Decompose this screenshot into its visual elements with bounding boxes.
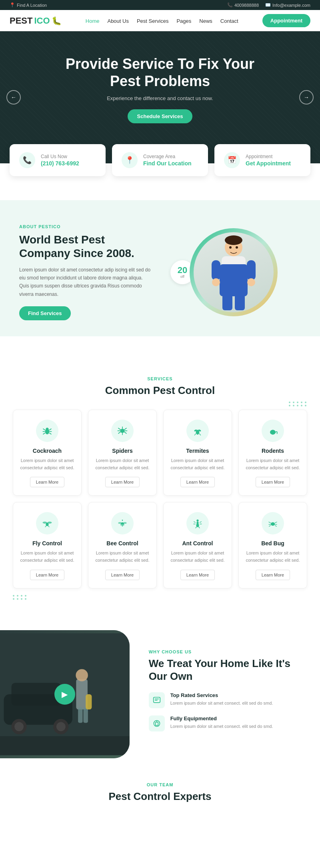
topbar: 📍 Find A Location 📞 4009888888 ✉️ Info@e… (0, 0, 320, 10)
ant-desc: Lorem ipsum dolor sit amet consectetur a… (170, 550, 225, 564)
call-value[interactable]: (210) 763-6992 (41, 160, 79, 167)
svg-rect-3 (220, 264, 248, 296)
svg-point-54 (196, 520, 198, 522)
find-services-button[interactable]: Find Services (19, 306, 71, 320)
service-card-spiders: Spiders Lorem ipsum dolor sit amet conse… (88, 410, 157, 496)
about-text: Lorem ipsum dolor sit amet consectetur a… (19, 266, 154, 299)
deco-dots-top (289, 402, 307, 406)
why-tag: WHY CHOOSE US (149, 649, 304, 654)
schedule-services-button[interactable]: Schedule Services (128, 109, 193, 123)
termites-learn-more[interactable]: Learn More (180, 477, 215, 487)
nav-home-link[interactable]: Home (86, 18, 100, 24)
svg-rect-8 (222, 294, 232, 310)
bedbug-desc: Lorem ipsum dolor sit amet consectetur a… (245, 550, 300, 564)
nav-contact-link[interactable]: Contact (220, 18, 238, 24)
fly-name: Fly Control (20, 540, 75, 547)
svg-point-75 (14, 722, 24, 731)
svg-point-56 (196, 524, 199, 527)
why-section: ▶ WHY CHOOSE US We Treat Your Home Like … (0, 630, 320, 758)
info-card-call-content: Call Us Now (210) 763-6992 (41, 154, 79, 167)
svg-point-6 (212, 278, 220, 286)
info-card-call: 📞 Call Us Now (210) 763-6992 (10, 144, 106, 176)
spiders-icon (111, 420, 134, 442)
nav-news-link[interactable]: News (199, 18, 212, 24)
ant-icon (186, 512, 209, 534)
topbar-left: 📍 Find A Location (10, 2, 47, 8)
why-title: We Treat Your Home Like It's Our Own (149, 657, 304, 682)
info-card-appointment: 📅 Appointment Get Appointment (214, 144, 310, 176)
svg-point-43 (48, 522, 52, 524)
ant-learn-more[interactable]: Learn More (180, 570, 215, 580)
rodents-icon (262, 420, 284, 442)
play-button[interactable]: ▶ (54, 684, 75, 705)
nav-news[interactable]: News (199, 17, 212, 24)
svg-line-67 (269, 526, 270, 527)
why-item-1-content: Fully Equipmented Lorem ipsum dolor sit … (170, 715, 273, 731)
equipmented-icon (149, 715, 165, 731)
why-item-0-content: Top Rated Services Lorem ipsum dolor sit… (170, 692, 273, 708)
service-card-bee: Bee Control Lorem ipsum dolor sit amet c… (88, 502, 157, 588)
phone-icon: 📞 (227, 2, 233, 8)
logo-accent: ICO (34, 16, 50, 26)
bedbug-icon (262, 512, 284, 534)
nav-services[interactable]: Pest Services (137, 17, 168, 24)
person-figure (194, 232, 274, 312)
why-item-1-title: Fully Equipmented (170, 715, 273, 721)
spiders-desc: Lorem ipsum dolor sit amet consectetur a… (95, 457, 150, 471)
why-item-1: Fully Equipmented Lorem ipsum dolor sit … (149, 715, 304, 731)
bee-learn-more[interactable]: Learn More (105, 570, 140, 580)
svg-point-42 (43, 522, 47, 524)
nav-services-link[interactable]: Pest Services (137, 18, 168, 24)
about-section: ABOUT PESTICO World Best Pest Company Si… (0, 200, 320, 336)
svg-line-45 (48, 526, 50, 527)
fly-icon (36, 512, 58, 534)
service-card-bedbug: Bed Bug Lorem ipsum dolor sit amet conse… (238, 502, 307, 588)
rodents-learn-more[interactable]: Learn More (256, 477, 290, 487)
hero-prev-arrow[interactable]: ← (6, 90, 21, 104)
nav-pages[interactable]: Pages (176, 17, 191, 24)
nav-pages-link[interactable]: Pages (176, 18, 191, 24)
appointment-value[interactable]: Get Appointment (246, 160, 291, 167)
svg-point-35 (270, 430, 276, 435)
svg-point-49 (123, 522, 127, 524)
nav-home[interactable]: Home (86, 17, 100, 24)
bedbug-learn-more[interactable]: Learn More (256, 570, 290, 580)
about-left: ABOUT PESTICO World Best Pest Company Si… (19, 224, 154, 320)
find-location[interactable]: 📍 Find A Location (10, 2, 47, 8)
fly-learn-more[interactable]: Learn More (30, 570, 64, 580)
services-section: SERVICES Common Pest Control Cockroach L… (0, 352, 320, 623)
nav-contact[interactable]: Contact (220, 17, 238, 24)
svg-point-48 (118, 522, 122, 524)
navbar: PESTICO 🐛 Home About Us Pest Services Pa… (0, 10, 320, 31)
why-item-1-desc: Lorem ipsum dolor sit amet consect. elit… (170, 723, 273, 730)
coverage-value[interactable]: Find Our Location (143, 160, 192, 167)
service-card-ant: Ant Control Lorem ipsum dolor sit amet c… (163, 502, 232, 588)
cockroach-learn-more[interactable]: Learn More (30, 477, 64, 487)
nav-about[interactable]: About Us (107, 17, 128, 24)
svg-rect-88 (155, 722, 158, 725)
termites-desc: Lorem ipsum dolor sit amet consectetur a… (170, 457, 225, 471)
svg-line-44 (45, 526, 46, 527)
pin-icon: 📍 (10, 2, 15, 8)
team-tag: OUR TEAM (13, 782, 307, 787)
svg-line-70 (275, 526, 276, 527)
svg-rect-4 (212, 260, 220, 280)
info-card-coverage-content: Coverage Area Find Our Location (143, 154, 192, 167)
svg-rect-80 (78, 707, 82, 723)
email-info: ✉️ Info@example.com (265, 2, 310, 8)
spiders-learn-more[interactable]: Learn More (105, 477, 140, 487)
hero-next-arrow[interactable]: → (299, 90, 314, 104)
svg-rect-73 (12, 683, 61, 705)
find-location-label: Find A Location (17, 3, 47, 8)
svg-line-62 (199, 527, 200, 528)
discount-number: 20 (178, 266, 187, 275)
bee-desc: Lorem ipsum dolor sit amet consectetur a… (95, 550, 150, 564)
topbar-right: 📞 4009888888 ✉️ Info@example.com (227, 2, 310, 8)
email-icon: ✉️ (265, 2, 271, 8)
spiders-name: Spiders (95, 448, 150, 454)
appointment-button[interactable]: Appointment (262, 14, 310, 27)
top-rated-icon (149, 692, 165, 708)
logo-text: PEST (10, 16, 32, 26)
svg-line-22 (118, 432, 121, 434)
nav-about-link[interactable]: About Us (107, 18, 128, 24)
